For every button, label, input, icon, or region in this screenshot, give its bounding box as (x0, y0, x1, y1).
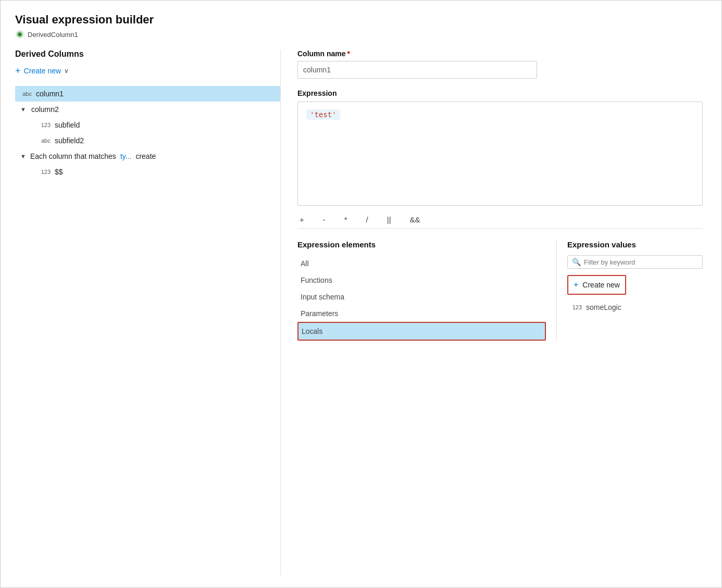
column-name-label: Column name* (297, 49, 703, 58)
main-layout: Derived Columns + Create new ∨ abc colum… (15, 49, 707, 575)
expression-elements-panel: Expression elements All Functions Input … (297, 240, 557, 341)
match-row: ▼ Each column that matches ty... create (15, 148, 280, 164)
match-create: create (135, 152, 156, 160)
element-locals[interactable]: Locals (297, 322, 546, 341)
filter-input-wrap: 🔍 (567, 255, 703, 269)
chevron-down-icon: ▼ (20, 153, 26, 159)
element-input-schema[interactable]: Input schema (297, 289, 546, 305)
column1-label: column1 (36, 90, 64, 98)
plus-icon: + (15, 66, 21, 76)
type-icon-abc: abc (20, 91, 32, 97)
operator-and[interactable]: && (410, 215, 420, 224)
derived-column-icon (15, 30, 24, 39)
filter-input[interactable] (584, 258, 698, 266)
expression-label: Expression (297, 89, 703, 97)
operator-minus[interactable]: - (323, 215, 326, 224)
operators-row: + - * / || && (297, 211, 703, 229)
search-icon: 🔍 (572, 258, 581, 266)
dollar-label: $$ (55, 168, 63, 176)
type-icon-abc2: abc (39, 137, 51, 144)
somelogic-item[interactable]: 123 someLogic (567, 300, 703, 315)
operator-plus[interactable]: + (300, 215, 304, 224)
create-new-values-label: Create new (582, 281, 620, 289)
element-functions[interactable]: Functions (297, 272, 546, 289)
expression-editor[interactable]: 'test' (297, 102, 703, 206)
match-text: Each column that matches (30, 152, 116, 160)
expression-values-title: Expression values (567, 240, 703, 249)
page-title: Visual expression builder (15, 13, 707, 27)
bottom-section: Expression elements All Functions Input … (297, 240, 703, 341)
list-item[interactable]: 123 subfield (15, 117, 280, 133)
required-star: * (347, 49, 350, 58)
app-container: Visual expression builder DerivedColumn1… (0, 0, 722, 588)
somelogic-label: someLogic (586, 303, 621, 311)
subfield2-label: subfield2 (55, 136, 84, 145)
operator-multiply[interactable]: * (344, 215, 347, 224)
right-panel: Column name* Expression 'test' + - * / |… (281, 49, 707, 575)
match-link[interactable]: ty... (120, 152, 132, 160)
expression-token: 'test' (306, 109, 340, 120)
list-item[interactable]: abc column1 (15, 86, 280, 102)
column-list: abc column1 ▼ column2 123 subfield abc s… (15, 86, 280, 148)
svg-point-2 (19, 33, 21, 36)
subtitle-row: DerivedColumn1 (15, 30, 707, 39)
create-new-label: Create new (24, 67, 61, 75)
expression-elements-title: Expression elements (297, 240, 546, 249)
list-item[interactable]: abc subfield2 (15, 133, 280, 148)
subtitle-text: DerivedColumn1 (28, 31, 78, 39)
type-icon-123b: 123 (39, 169, 51, 175)
list-item[interactable]: 123 $$ (15, 164, 280, 180)
elements-list: All Functions Input schema Parameters Lo… (297, 255, 546, 341)
plus-icon: + (574, 280, 578, 290)
left-panel: Derived Columns + Create new ∨ abc colum… (15, 49, 281, 575)
expression-values-panel: Expression values 🔍 + Create new 123 som… (557, 240, 703, 341)
element-parameters[interactable]: Parameters (297, 305, 546, 322)
column2-label: column2 (31, 105, 59, 114)
operator-divide[interactable]: / (366, 215, 368, 224)
type-icon-123: 123 (39, 122, 51, 128)
type-icon-123c: 123 (570, 304, 582, 310)
operator-pipe[interactable]: || (387, 215, 391, 224)
create-new-values-button[interactable]: + Create new (567, 275, 626, 295)
derived-columns-title: Derived Columns (15, 49, 280, 59)
subfield-label: subfield (55, 121, 80, 129)
create-new-button[interactable]: + Create new ∨ (15, 64, 69, 78)
column-name-input[interactable] (297, 61, 537, 79)
chevron-down-icon: ∨ (64, 67, 69, 74)
list-item[interactable]: ▼ column2 (15, 102, 280, 117)
element-all[interactable]: All (297, 255, 546, 272)
chevron-down-icon: ▼ (20, 106, 26, 112)
